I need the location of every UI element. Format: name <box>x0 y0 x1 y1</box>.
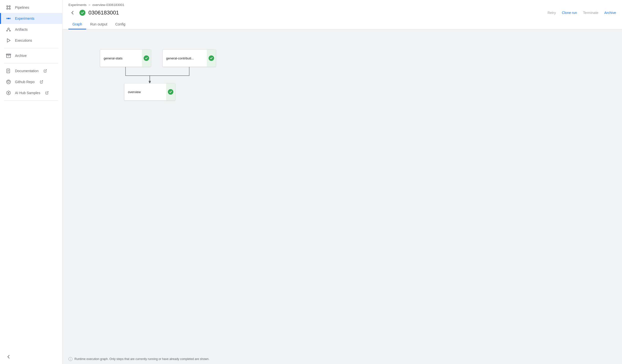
graph-area: general-stats general-contributi... <box>62 29 622 364</box>
header-actions: Retry Clone run Terminate Archive <box>548 10 616 16</box>
sidebar-item-artifacts-label: Artifacts <box>15 27 28 31</box>
node-general-contributi[interactable]: general-contributi... <box>162 49 216 67</box>
archive-icon <box>6 53 11 58</box>
external-link-icon <box>43 69 47 73</box>
sidebar-item-github[interactable]: Github Repo <box>0 76 62 87</box>
sidebar: Pipelines Experiments Artifacts <box>0 0 62 364</box>
breadcrumb-separator: > <box>88 3 90 7</box>
sidebar-item-documentation[interactable]: Documentation <box>0 65 62 76</box>
svg-point-3 <box>9 8 10 9</box>
title-left: 0306183001 <box>68 9 119 17</box>
sidebar-item-experiments-label: Experiments <box>15 16 34 20</box>
breadcrumb: Experiments > overview-0306183001 <box>68 3 616 7</box>
back-button[interactable] <box>68 9 76 17</box>
svg-point-1 <box>9 6 10 7</box>
svg-rect-19 <box>6 55 10 58</box>
title-row: 0306183001 Retry Clone run Terminate Arc… <box>68 9 616 17</box>
svg-marker-18 <box>7 39 10 42</box>
executions-icon <box>6 38 11 43</box>
pipeline-icon <box>6 5 11 10</box>
experiments-icon <box>6 16 11 21</box>
node-general-stats-label: general-stats <box>100 50 142 67</box>
sidebar-item-archive[interactable]: Archive <box>0 50 62 61</box>
svg-point-14 <box>6 30 7 31</box>
svg-point-28 <box>8 92 9 94</box>
svg-point-0 <box>7 6 8 7</box>
github-icon <box>6 79 11 84</box>
svg-point-15 <box>9 30 10 31</box>
node-general-stats-status <box>142 50 151 67</box>
svg-point-2 <box>7 8 8 9</box>
run-status-icon <box>79 10 85 16</box>
graph-canvas: general-stats general-contributi... <box>62 29 622 354</box>
retry-button[interactable]: Retry <box>548 10 556 16</box>
node-overview-status <box>166 83 175 100</box>
tab-config[interactable]: Config <box>111 20 129 29</box>
svg-point-10 <box>9 18 10 19</box>
svg-point-13 <box>8 28 9 29</box>
node-general-contributi-check <box>209 55 214 61</box>
node-general-contributi-status <box>207 50 216 67</box>
page-header: Experiments > overview-0306183001 030618… <box>62 0 622 29</box>
breadcrumb-parent[interactable]: Experiments <box>68 3 86 7</box>
collapse-button[interactable] <box>0 350 62 364</box>
sidebar-item-archive-label: Archive <box>15 54 27 58</box>
graph-footer: i Runtime execution graph. Only steps th… <box>62 354 622 364</box>
tab-graph[interactable]: Graph <box>68 20 86 29</box>
tab-run-output[interactable]: Run output <box>86 20 111 29</box>
run-title: 0306183001 <box>88 9 119 16</box>
tabs: Graph Run output Config <box>68 20 616 29</box>
sidebar-item-executions[interactable]: Executions <box>0 35 62 46</box>
terminate-button[interactable]: Terminate <box>583 10 598 16</box>
aihub-icon <box>6 90 11 95</box>
divider-2 <box>4 63 58 63</box>
artifacts-icon <box>6 27 11 32</box>
archive-button[interactable]: Archive <box>604 10 616 16</box>
graph-footer-text: Runtime execution graph. Only steps that… <box>74 357 209 361</box>
sidebar-item-aihub[interactable]: AI Hub Samples <box>0 87 62 98</box>
sidebar-item-aihub-label: AI Hub Samples <box>15 91 40 95</box>
breadcrumb-current: overview-0306183001 <box>92 3 124 7</box>
sidebar-item-documentation-label: Documentation <box>15 69 38 73</box>
sidebar-item-artifacts[interactable]: Artifacts <box>0 24 62 35</box>
svg-line-17 <box>9 29 10 30</box>
node-overview-label: overview <box>124 83 166 100</box>
node-overview-check <box>168 89 173 95</box>
svg-rect-20 <box>6 54 11 55</box>
main-content: Experiments > overview-0306183001 030618… <box>62 0 622 364</box>
documentation-icon <box>6 68 11 73</box>
node-general-contributi-label: general-contributi... <box>163 50 207 67</box>
sidebar-item-pipelines-label: Pipelines <box>15 5 29 9</box>
divider-3 <box>4 100 58 101</box>
node-general-stats-check <box>144 55 149 61</box>
node-overview[interactable]: overview <box>124 83 175 101</box>
sidebar-item-experiments[interactable]: Experiments <box>0 13 62 24</box>
external-link-icon-2 <box>40 80 43 84</box>
clone-run-button[interactable]: Clone run <box>562 10 577 16</box>
external-link-icon-3 <box>45 91 49 95</box>
node-general-stats[interactable]: general-stats <box>100 49 151 67</box>
graph-edges-svg <box>62 29 622 354</box>
sidebar-item-executions-label: Executions <box>15 38 32 42</box>
sidebar-item-pipelines[interactable]: Pipelines <box>0 2 62 13</box>
divider-1 <box>4 48 58 48</box>
svg-line-16 <box>7 29 8 30</box>
svg-point-8 <box>8 18 9 19</box>
sidebar-item-github-label: Github Repo <box>15 80 35 84</box>
info-icon: i <box>68 357 72 361</box>
svg-point-9 <box>6 18 7 19</box>
